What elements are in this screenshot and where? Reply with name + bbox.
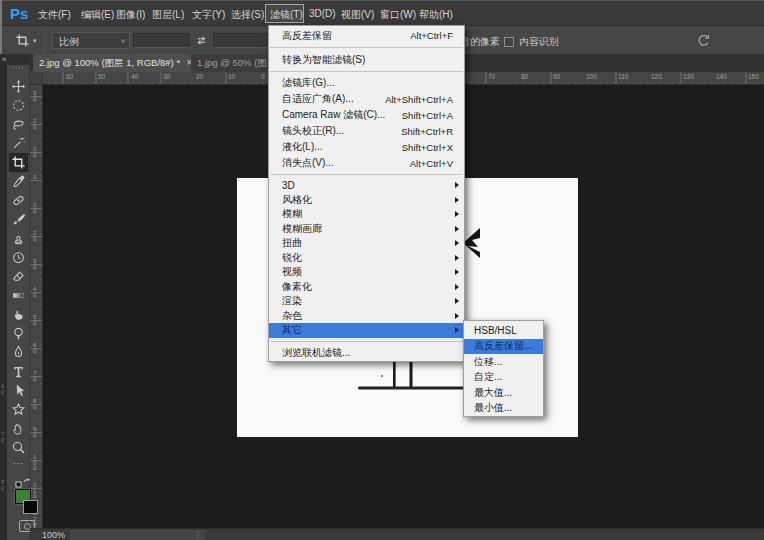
zoom-level[interactable]: 100% [42,530,65,540]
filter-menu-item-20[interactable]: 渲染 [269,294,464,309]
menubar-item-9[interactable]: 视图(V) [341,8,374,22]
filter-menu-item-12[interactable]: 3D [269,178,464,193]
tool-history-brush[interactable] [10,249,27,266]
v-ruler-label: 1 0 0 [33,455,36,472]
filter-menu-item-9[interactable]: 液化(L)...Shift+Ctrl+X [269,139,464,155]
tool-eraser[interactable] [10,268,27,285]
filter-menu-item-17[interactable]: 锐化 [269,251,464,266]
filter-submenu-item-2[interactable]: 高反差保留... [464,339,543,355]
tool-crop[interactable] [10,154,27,171]
filter-submenu-item-3[interactable]: 位移... [464,354,543,370]
menu-item-shortcut: Alt+Ctrl+F [410,30,464,41]
menu-item-label: 视频 [269,265,302,279]
tool-dodge[interactable] [10,325,27,342]
filter-submenu-item-4[interactable]: 自定... [464,370,543,386]
h-ruler-label: 60 [66,73,73,80]
filter-menu-item-5[interactable]: 滤镜库(G)... [269,75,464,91]
tool-hand[interactable] [10,420,27,437]
filter-submenu-item-5[interactable]: 最大值... [464,385,543,401]
background-color-swatch[interactable] [23,500,38,514]
eraser-icon [11,269,26,284]
filter-menu-item-10[interactable]: 消失点(V)...Alt+Ctrl+V [269,155,464,171]
menubar-item-5[interactable]: 文字(Y) [192,8,225,22]
submenu-arrow-icon [455,298,459,304]
crop-options-chevron-icon[interactable]: ▾ [33,37,37,45]
submenu-arrow-icon [455,197,459,203]
filter-submenu-item-6[interactable]: 最小值... [464,401,543,417]
menubar-item-3[interactable]: 图像(I) [116,8,145,22]
h-ruler-label: 140 [716,73,727,80]
zoom-icon [11,440,26,455]
crop-height-input[interactable] [213,33,270,48]
tool-pen[interactable] [10,344,27,361]
collapse-panel-icon[interactable]: » [2,55,5,64]
filter-menu-item-8[interactable]: 镜头校正(R)...Shift+Ctrl+R [269,123,464,139]
menubar-item-11[interactable]: 帮助(H) [419,8,453,22]
crop-preset-label: 比例 [59,35,79,49]
menubar-item-10[interactable]: 窗口(W) [380,8,416,22]
swap-width-height-icon[interactable] [195,34,208,47]
crop-width-input[interactable] [133,33,190,48]
filter-menu-item-14[interactable]: 模糊 [269,207,464,222]
filter-menu-item-24[interactable]: 浏览联机滤镜... [269,345,464,361]
filter-menu-item-19[interactable]: 像素化 [269,280,464,295]
filter-dropdown-menu: 高反差保留Alt+Ctrl+F转换为智能滤镜(S)滤镜库(G)...自适应广角(… [268,25,465,362]
menubar-item-7[interactable]: 滤镜(T) [270,8,303,22]
v-ruler-label: 8 0 [33,399,36,410]
tool-lasso[interactable] [10,116,27,133]
h-ruler-label: 100 [586,73,597,80]
history-brush-icon [11,250,26,265]
tool-eyedropper[interactable] [10,173,27,190]
content-aware-checkbox[interactable] [504,37,514,47]
crop-tool-options-icon[interactable] [15,33,30,48]
filter-menu-item-3[interactable]: 转换为智能滤镜(S) [269,51,464,68]
filter-menu-item-22[interactable]: 其它 [269,323,464,338]
submenu-arrow-icon [455,240,459,246]
tool-clone-stamp[interactable] [10,230,27,247]
document-tab-1[interactable]: 2.jpg @ 100% (图层 1, RGB/8#) *× [33,54,198,72]
vertical-ruler[interactable]: 3 02 01 001 02 03 04 05 06 07 08 09 01 0… [30,85,43,528]
filter-other-submenu: HSB/HSL高反差保留...位移...自定...最大值...最小值... [463,320,544,417]
v-ruler-label: 4 0 [33,287,36,298]
filter-menu-item-1[interactable]: 高反差保留Alt+Ctrl+F [269,27,464,44]
menu-item-label: 模糊画廊 [269,222,322,236]
tool-magic-wand[interactable] [10,135,27,152]
eyedropper-icon [11,174,26,189]
swap-colors-icon[interactable] [15,475,31,487]
tool-path-select[interactable] [10,382,27,399]
crop-preset-dropdown[interactable]: 比例˅ [52,32,130,49]
more-tools-ellipsis[interactable]: ... [13,456,24,466]
tool-gradient[interactable] [10,287,27,304]
elliptical-marquee-icon [11,98,26,113]
path-select-icon [11,383,26,398]
tool-brush[interactable] [10,211,27,228]
filter-submenu-item-1[interactable]: HSB/HSL [464,323,543,339]
filter-menu-item-21[interactable]: 杂色 [269,309,464,324]
tool-elliptical-marquee[interactable] [10,97,27,114]
v-ruler-label: 7 0 [33,371,36,382]
filter-menu-item-7[interactable]: Camera Raw 滤镜(C)...Shift+Ctrl+A [269,107,464,123]
tool-shape[interactable] [10,401,27,418]
tool-zoom[interactable] [10,439,27,456]
menu-separator [269,171,464,178]
filter-menu-item-16[interactable]: 扭曲 [269,236,464,251]
tool-type[interactable] [10,363,27,380]
filter-menu-item-18[interactable]: 视频 [269,265,464,280]
submenu-item-label: 自定... [464,370,502,384]
status-popup-chevron[interactable]: 〉 [196,529,204,540]
filter-menu-item-6[interactable]: 自适应广角(A)...Alt+Shift+Ctrl+A [269,91,464,107]
menubar-item-1[interactable]: 文件(F) [38,8,71,22]
tool-spot-healing[interactable] [10,192,27,209]
menubar-item-2[interactable]: 编辑(E) [81,8,114,22]
menubar-item-8[interactable]: 3D(D) [309,8,336,19]
filter-menu-item-13[interactable]: 风格化 [269,193,464,208]
menubar-item-6[interactable]: 选择(S) [231,8,264,22]
tool-smudge[interactable] [10,306,27,323]
menu-item-label: 杂色 [269,309,302,323]
panel-grip[interactable] [13,67,24,69]
content-aware-label: 内容识别 [519,35,559,49]
filter-menu-item-15[interactable]: 模糊画廊 [269,222,464,237]
menubar-item-4[interactable]: 图层(L) [152,8,184,22]
tool-move[interactable] [10,78,27,95]
reset-icon[interactable] [696,33,711,48]
